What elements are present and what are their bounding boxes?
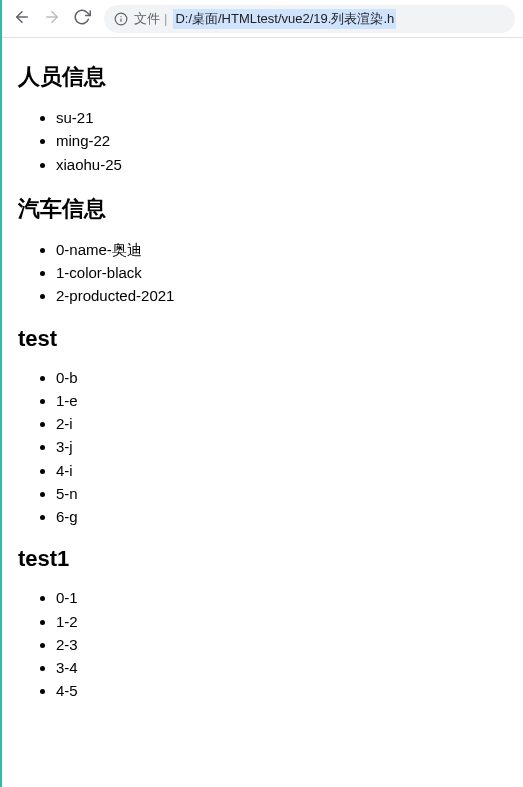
page-content: 人员信息 su-21 ming-22 xiaohu-25 汽车信息 0-name…	[0, 38, 523, 735]
heading-car: 汽车信息	[18, 194, 505, 224]
list-item: 2-producted-2021	[56, 284, 505, 307]
back-button[interactable]	[8, 5, 36, 33]
window-left-border	[0, 0, 2, 735]
list-people: su-21 ming-22 xiaohu-25	[18, 106, 505, 176]
list-item: 2-i	[56, 412, 505, 435]
forward-button[interactable]	[38, 5, 66, 33]
list-test1: 0-1 1-2 2-3 3-4 4-5	[18, 586, 505, 702]
heading-test1: test1	[18, 546, 505, 572]
list-item: 1-e	[56, 389, 505, 412]
url-text: D:/桌面/HTMLtest/vue2/19.列表渲染.h	[173, 9, 396, 29]
list-item: 1-color-black	[56, 261, 505, 284]
info-icon	[114, 12, 128, 26]
list-item: 0-name-奥迪	[56, 238, 505, 261]
arrow-left-icon	[13, 8, 31, 30]
list-item: 1-2	[56, 610, 505, 633]
list-item: 4-i	[56, 459, 505, 482]
heading-people: 人员信息	[18, 62, 505, 92]
list-item: 6-g	[56, 505, 505, 528]
browser-toolbar: 文件 | D:/桌面/HTMLtest/vue2/19.列表渲染.h	[0, 0, 523, 38]
list-item: 0-b	[56, 366, 505, 389]
list-item: ming-22	[56, 129, 505, 152]
list-item: 3-j	[56, 435, 505, 458]
url-divider: |	[164, 11, 167, 26]
heading-test: test	[18, 326, 505, 352]
list-item: 0-1	[56, 586, 505, 609]
list-test: 0-b 1-e 2-i 3-j 4-i 5-n 6-g	[18, 366, 505, 529]
reload-icon	[73, 8, 91, 30]
reload-button[interactable]	[68, 5, 96, 33]
arrow-right-icon	[43, 8, 61, 30]
list-item: su-21	[56, 106, 505, 129]
list-item: 4-5	[56, 679, 505, 702]
file-scheme-label: 文件	[134, 10, 160, 28]
list-car: 0-name-奥迪 1-color-black 2-producted-2021	[18, 238, 505, 308]
list-item: 5-n	[56, 482, 505, 505]
list-item: xiaohu-25	[56, 153, 505, 176]
list-item: 3-4	[56, 656, 505, 679]
list-item: 2-3	[56, 633, 505, 656]
address-bar[interactable]: 文件 | D:/桌面/HTMLtest/vue2/19.列表渲染.h	[104, 5, 515, 33]
